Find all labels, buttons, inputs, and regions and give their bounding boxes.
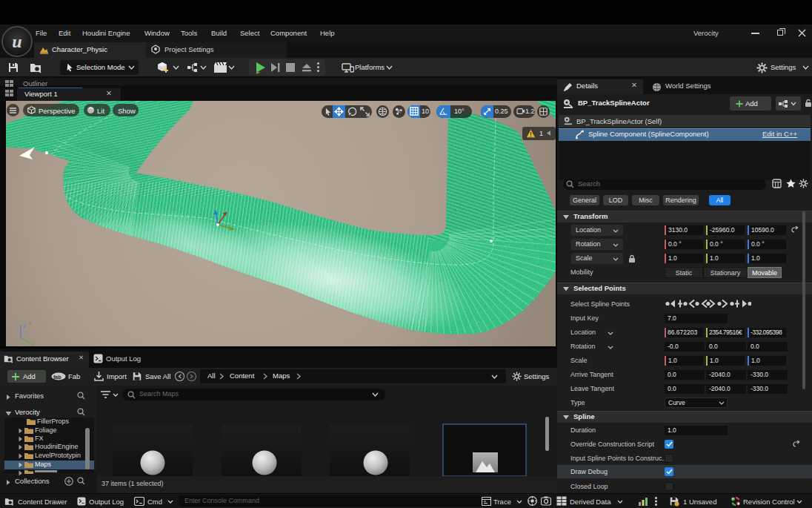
svg-text:y: y [31, 341, 34, 346]
svg-text:z: z [23, 323, 26, 329]
svg-text:x: x [29, 320, 32, 326]
svg-text:fab: fab [53, 375, 61, 380]
